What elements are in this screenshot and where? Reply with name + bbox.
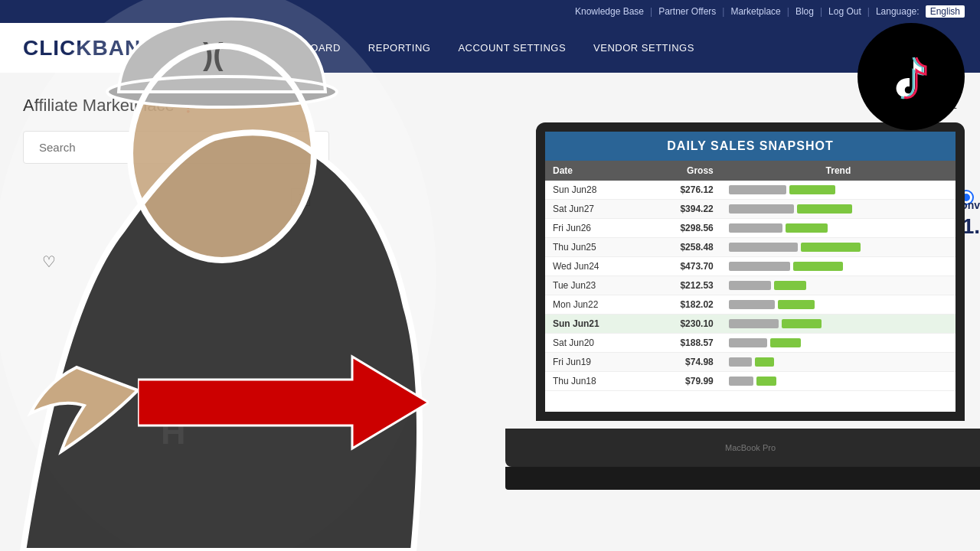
macbook-label: MacBook Pro xyxy=(725,443,776,452)
cell-day: Sun Jun28 xyxy=(545,181,644,200)
cell-day: Fri Jun19 xyxy=(545,353,644,372)
svg-marker-7 xyxy=(138,357,429,448)
arrow-svg xyxy=(138,349,429,456)
cell-gross: $298.56 xyxy=(644,219,721,238)
divider-3: | xyxy=(787,6,789,17)
cell-gross: $258.48 xyxy=(644,238,721,257)
cell-gross: $188.57 xyxy=(644,334,721,353)
cell-gross: $394.22 xyxy=(644,200,721,219)
cell-trend xyxy=(721,372,956,391)
cell-gross: $74.98 xyxy=(644,353,721,372)
cell-gross: $473.70 xyxy=(644,257,721,276)
page-number[interactable]: 1 xyxy=(291,188,310,206)
sales-snapshot: DAILY SALES SNAPSHOT Date Gross Trend Su… xyxy=(545,132,956,412)
divider-1: | xyxy=(650,6,652,17)
divider-2: | xyxy=(722,6,724,17)
cell-trend xyxy=(721,238,956,257)
table-row: Sun Jun21$230.10 xyxy=(545,315,956,334)
favorites-icon[interactable]: ♡ xyxy=(42,253,56,271)
cell-day: Tue Jun23 xyxy=(545,276,644,295)
main-navigation: CLICKBANK. DASHBOARD REPORTING ACCOUNT S… xyxy=(0,23,980,73)
table-row: Thu Jun25$258.48 xyxy=(545,238,956,257)
language-label: Language: xyxy=(876,6,920,17)
cell-trend xyxy=(721,334,956,353)
cell-day: Sun Jun21 xyxy=(545,315,644,334)
table-row: Wed Jun24$473.70 xyxy=(545,257,956,276)
cell-trend xyxy=(721,315,956,334)
table-row: Sun Jun28$276.12 xyxy=(545,181,956,200)
laptop-screen: DAILY SALES SNAPSHOT Date Gross Trend Su… xyxy=(536,122,965,421)
divider-5: | xyxy=(867,6,870,17)
cell-day: Thu Jun25 xyxy=(545,238,644,257)
cell-gross: $79.99 xyxy=(644,372,721,391)
table-row: Fri Jun19$74.98 xyxy=(545,353,956,372)
table-row: Thu Jun18$79.99 xyxy=(545,372,956,391)
knowledge-base-link[interactable]: Knowledge Base xyxy=(575,6,644,17)
cell-gross: $230.10 xyxy=(644,315,721,334)
table-row: Mon Jun22$182.02 xyxy=(545,295,956,315)
cell-day: Sat Jun27 xyxy=(545,200,644,219)
search-bar-container[interactable]: Search xyxy=(23,131,329,164)
snapshot-table: Date Gross Trend Sun Jun28$276.12Sat Jun… xyxy=(545,161,956,391)
main-nav-links: DASHBOARD REPORTING ACCOUNT SETTINGS VEN… xyxy=(260,23,708,73)
cell-gross: $212.53 xyxy=(644,276,721,295)
partner-offers-link[interactable]: Partner Offers xyxy=(658,6,716,17)
cell-day: Wed Jun24 xyxy=(545,257,644,276)
dashboard-nav-link[interactable]: DASHBOARD xyxy=(260,23,354,73)
top-navigation: Knowledge Base | Partner Offers | Market… xyxy=(0,0,980,23)
cell-day: Mon Jun22 xyxy=(545,295,644,315)
table-row: Tue Jun23$212.53 xyxy=(545,276,956,295)
pagination-hint: 1 xyxy=(291,191,310,203)
affiliate-marketplace-title: Affiliate Marketplace xyxy=(23,96,175,116)
tiktok-icon xyxy=(884,50,938,103)
cell-day: Thu Jun18 xyxy=(545,372,644,391)
language-selector[interactable]: English xyxy=(926,5,965,18)
search-label: Search xyxy=(39,141,76,154)
clickbank-logo[interactable]: CLICKBANK. xyxy=(23,36,164,60)
laptop-container: DAILY SALES SNAPSHOT Date Gross Trend Su… xyxy=(505,122,980,490)
log-out-link[interactable]: Log Out xyxy=(828,6,861,17)
account-settings-nav-link[interactable]: ACCOUNT SETTINGS xyxy=(444,23,580,73)
marketplace-link[interactable]: Marketplace xyxy=(730,6,780,17)
laptop-base: MacBook Pro xyxy=(505,429,980,467)
cell-trend xyxy=(721,276,956,295)
cell-trend xyxy=(721,295,956,315)
tiktok-logo[interactable] xyxy=(858,23,965,130)
col-date: Date xyxy=(545,161,644,181)
cell-trend xyxy=(721,200,956,219)
table-row: Sat Jun20$188.57 xyxy=(545,334,956,353)
snapshot-title: DAILY SALES SNAPSHOT xyxy=(545,132,956,161)
reporting-nav-link[interactable]: REPORTING xyxy=(354,23,445,73)
col-trend: Trend xyxy=(721,161,956,181)
page-title: Affiliate Marketplace ❓ xyxy=(23,96,957,116)
cell-trend xyxy=(721,257,956,276)
blog-link[interactable]: Blog xyxy=(795,6,814,17)
vendor-settings-nav-link[interactable]: VENDOR SETTINGS xyxy=(580,23,708,73)
help-icon[interactable]: ❓ xyxy=(181,99,196,113)
cell-day: Fri Jun26 xyxy=(545,219,644,238)
red-arrow xyxy=(138,349,429,459)
cell-gross: $276.12 xyxy=(644,181,721,200)
table-row: Fri Jun26$298.56 xyxy=(545,219,956,238)
cell-gross: $182.02 xyxy=(644,295,721,315)
logo-area: CLICKBANK. xyxy=(0,23,245,73)
cell-trend xyxy=(721,181,956,200)
cell-trend xyxy=(721,219,956,238)
cell-day: Sat Jun20 xyxy=(545,334,644,353)
col-gross: Gross xyxy=(644,161,721,181)
laptop-bottom xyxy=(505,467,980,490)
cell-trend xyxy=(721,353,956,372)
divider-4: | xyxy=(820,6,822,17)
table-row: Sat Jun27$394.22 xyxy=(545,200,956,219)
